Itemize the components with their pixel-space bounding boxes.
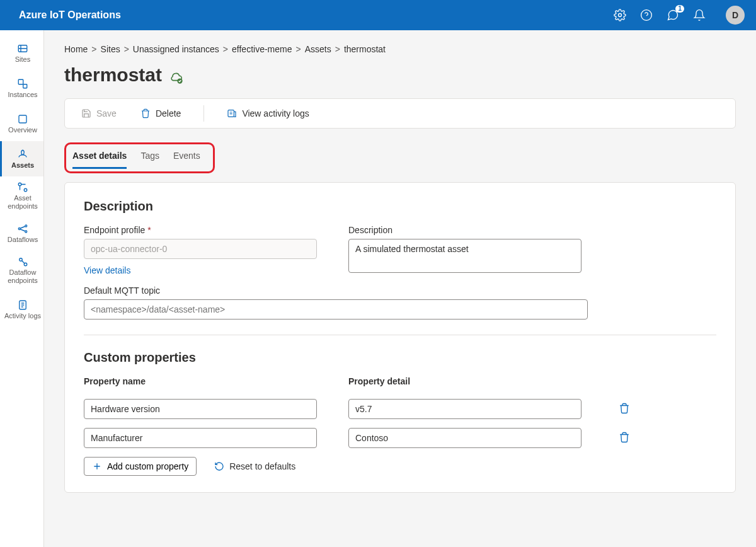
property-row — [84, 428, 716, 448]
label-mqtt-topic: Default MQTT topic — [84, 285, 588, 296]
endpoint-profile-input — [84, 239, 317, 259]
add-custom-property-button[interactable]: Add custom property — [84, 457, 197, 476]
svg-rect-16 — [228, 110, 234, 117]
user-avatar[interactable]: D — [726, 6, 745, 25]
property-detail-input[interactable] — [348, 428, 581, 448]
save-button: Save — [77, 104, 120, 123]
description-textarea[interactable]: A simulated thermostat asset — [348, 239, 581, 273]
svg-point-11 — [25, 231, 27, 233]
property-name-input[interactable] — [84, 399, 317, 419]
mqtt-topic-input[interactable] — [84, 299, 588, 320]
nav-sites[interactable]: Sites — [0, 35, 43, 71]
tab-events[interactable]: Events — [173, 151, 200, 169]
svg-rect-4 — [18, 79, 23, 84]
nav-overview[interactable]: Overview — [0, 106, 43, 141]
nav-dataflow-endpoints[interactable]: Dataflow endpoints — [0, 251, 43, 290]
svg-point-7 — [18, 183, 21, 187]
feedback-icon[interactable]: 1 — [667, 9, 679, 21]
nav-instances[interactable]: Instances — [0, 71, 43, 106]
svg-point-10 — [25, 225, 27, 227]
nav-assets[interactable]: Assets — [0, 141, 43, 176]
svg-point-1 — [641, 10, 652, 21]
svg-point-9 — [18, 227, 20, 229]
crumb-unassigned[interactable]: Unassigned instances — [133, 44, 219, 54]
tabs-container: Asset details Tags Events — [64, 142, 215, 173]
svg-point-8 — [24, 189, 27, 192]
header-property-name: Property name — [84, 376, 317, 386]
property-detail-input[interactable] — [348, 399, 581, 419]
svg-point-0 — [619, 14, 622, 17]
crumb-assets[interactable]: Assets — [305, 44, 331, 54]
app-brand: Azure IoT Operations — [19, 9, 614, 21]
action-toolbar: Save Delete View activity logs — [64, 98, 736, 129]
view-activity-logs-button[interactable]: View activity logs — [223, 104, 312, 123]
view-details-link[interactable]: View details — [84, 265, 130, 275]
cloud-synced-icon — [169, 71, 183, 84]
tab-tags[interactable]: Tags — [140, 151, 159, 169]
feedback-badge: 1 — [675, 5, 684, 13]
delete-button[interactable]: Delete — [137, 104, 185, 123]
header-property-detail: Property detail — [348, 376, 581, 386]
page-title: thermostat — [64, 64, 162, 86]
crumb-current: thermostat — [344, 44, 386, 54]
nav-asset-endpoints[interactable]: Asset endpoints — [0, 176, 43, 216]
svg-rect-5 — [23, 84, 27, 88]
breadcrumb: Home > Sites > Unassigned instances > ef… — [64, 44, 736, 54]
reset-to-defaults-button[interactable]: Reset to defaults — [210, 461, 299, 472]
tab-asset-details[interactable]: Asset details — [72, 151, 127, 169]
property-name-input[interactable] — [84, 428, 317, 448]
delete-property-button[interactable] — [615, 402, 634, 417]
crumb-instance[interactable]: effective-meme — [232, 44, 292, 54]
crumb-home[interactable]: Home — [64, 44, 88, 54]
delete-property-button[interactable] — [615, 431, 634, 446]
property-row — [84, 399, 716, 419]
help-icon[interactable] — [640, 9, 653, 21]
section-title-custom-properties: Custom properties — [84, 350, 716, 365]
label-description: Description — [348, 225, 581, 235]
crumb-sites[interactable]: Sites — [101, 44, 120, 54]
svg-rect-6 — [19, 115, 26, 123]
nav-dataflows[interactable]: Dataflows — [0, 216, 43, 251]
section-title-description: Description — [84, 199, 716, 214]
settings-icon[interactable] — [614, 9, 626, 21]
nav-activity-logs[interactable]: Activity logs — [0, 290, 43, 329]
left-navigation: Sites Instances Overview Assets Asset en… — [0, 30, 44, 547]
notifications-icon[interactable] — [693, 9, 706, 21]
label-endpoint-profile: Endpoint profile * — [84, 225, 317, 235]
